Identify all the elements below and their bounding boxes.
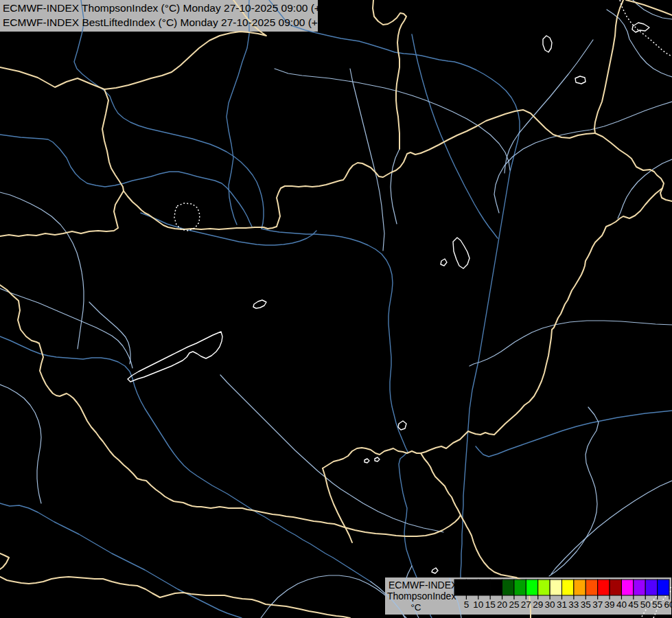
legend-tick-label: 27 [521,599,531,610]
legend-tick-label: 30 [545,599,555,610]
legend-color-cell [538,580,550,595]
legend-tick-label: 31 [557,599,567,610]
legend-unit-label: °C [410,602,421,613]
legend-tick-label: 60 [664,599,672,610]
legend-tick-label: 55 [652,599,662,610]
legend-tick-label: 20 [497,599,507,610]
legend-color-cell [466,580,478,595]
legend-color-cell [598,580,610,595]
map-background [0,0,672,618]
legend-color-cell [658,580,669,595]
legend-color-cell [514,580,526,595]
weather-map: 51015202527293031333537394045505560 ECMW… [0,0,672,618]
legend-color-cell [562,580,574,595]
weather-map-viewer: 51015202527293031333537394045505560 ECMW… [0,0,672,618]
legend-tick-label: 33 [568,599,579,610]
legend-color-cell [621,580,633,595]
legend-tick-label: 10 [473,599,483,610]
legend-color-cell [645,580,657,595]
legend-color-cell [574,580,586,595]
legend-index-label: ThompsonIndex [387,591,456,602]
legend-tick-label: 29 [533,599,543,610]
legend-color-cell [490,580,502,595]
legend-color-cell [478,580,490,595]
legend-tick-label: 45 [628,599,638,610]
legend-product-label: ECMWF-INDEX [389,580,458,591]
legend-color-cell [610,580,621,595]
legend-color-cell [526,580,537,595]
legend-color-cell [634,580,645,595]
legend-tick-label: 5 [464,599,470,610]
legend-tick-label: 40 [616,599,627,610]
legend-tick-label: 37 [592,599,603,610]
legend-color-cell [586,580,597,595]
title-line-2: ECMWF-INDEX BestLiftedIndex (°C) Monday … [3,16,333,28]
legend-tick-label: 39 [605,599,615,610]
legend-tick-label: 25 [509,599,519,610]
title-line-1: ECMWF-INDEX ThompsonIndex (°C) Monday 27… [3,2,336,14]
legend-tick-label: 50 [640,599,651,610]
legend-color-cell [502,580,514,595]
legend-color-cell [550,580,561,595]
legend-tick-label: 35 [581,599,591,610]
legend-tick-label: 15 [485,599,496,610]
